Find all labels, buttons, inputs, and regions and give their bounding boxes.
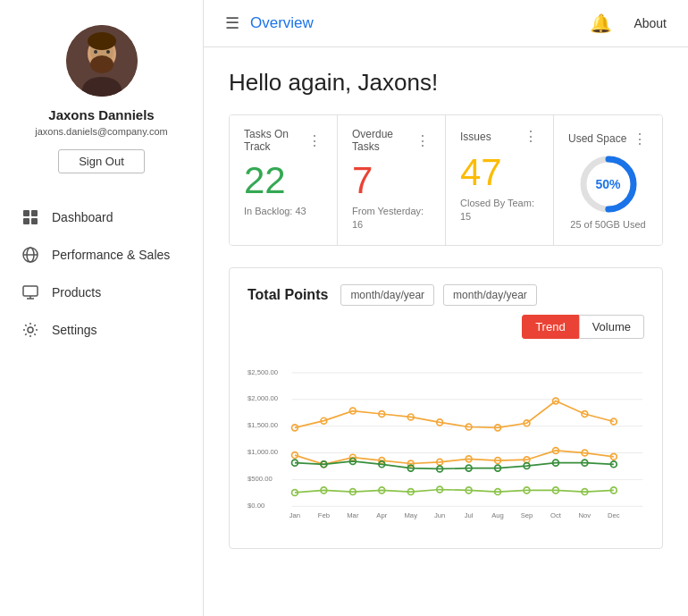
svg-text:$1,000.00: $1,000.00 — [248, 448, 278, 456]
stat-value-issues: 47 — [460, 154, 539, 191]
sidebar-item-dashboard[interactable]: Dashboard — [0, 198, 203, 236]
bell-icon[interactable]: 🔔 — [590, 13, 612, 34]
donut-sub: 25 of 50GB Used — [570, 219, 645, 230]
sidebar-item-settings-label: Settings — [52, 323, 97, 337]
user-email: jaxons.daniels@company.com — [35, 126, 168, 137]
stat-menu-issues[interactable]: ⋮ — [524, 128, 539, 145]
stat-sub-issues: Closed By Team: 15 — [460, 197, 539, 224]
svg-text:$0.00: $0.00 — [248, 502, 264, 510]
stat-menu-overdue[interactable]: ⋮ — [415, 132, 431, 149]
svg-text:Sep: Sep — [521, 511, 533, 519]
donut-chart: 50% — [577, 153, 640, 215]
stat-label-tasks: Tasks On Track — [244, 128, 307, 153]
svg-text:$2,000.00: $2,000.00 — [248, 394, 278, 402]
svg-rect-11 — [31, 218, 38, 224]
topbar: ☰ Overview 🔔 About — [204, 0, 688, 47]
svg-rect-10 — [23, 218, 29, 224]
donut-header: Used Space ⋮ — [568, 131, 648, 148]
svg-point-3 — [88, 32, 116, 50]
svg-rect-9 — [31, 210, 38, 216]
svg-point-6 — [106, 50, 110, 54]
dashboard-content: Hello again, Jaxons! Tasks On Track ⋮ 22… — [204, 47, 688, 616]
stat-header-issues: Issues ⋮ — [460, 128, 539, 145]
stat-header-tasks: Tasks On Track ⋮ — [244, 128, 323, 153]
volume-toggle[interactable]: Volume — [579, 315, 644, 339]
sidebar-item-products-label: Products — [52, 285, 101, 300]
stat-card-overdue: Overdue Tasks ⋮ 7 From Yesterday: 16 — [338, 115, 446, 245]
sign-out-button[interactable]: Sign Out — [58, 149, 145, 173]
svg-point-18 — [28, 327, 33, 333]
stat-menu-tasks[interactable]: ⋮ — [307, 132, 323, 149]
svg-rect-15 — [23, 286, 38, 296]
svg-text:Oct: Oct — [550, 511, 562, 519]
sidebar-item-dashboard-label: Dashboard — [52, 210, 113, 224]
chart-section: Total Points month/day/year month/day/ye… — [229, 267, 663, 549]
stat-card-tasks: Tasks On Track ⋮ 22 In Backlog: 43 — [230, 115, 338, 245]
stat-header-overdue: Overdue Tasks ⋮ — [352, 128, 431, 153]
stat-sub-overdue: From Yesterday: 16 — [352, 205, 431, 232]
gear-icon — [21, 321, 39, 339]
user-name: Jaxons Danniels — [48, 107, 154, 122]
sidebar-item-settings[interactable]: Settings — [0, 311, 203, 349]
globe-icon — [21, 246, 39, 264]
svg-text:Apr: Apr — [376, 511, 387, 519]
sidebar-item-products[interactable]: Products — [0, 274, 203, 311]
stat-value-overdue: 7 — [352, 162, 431, 199]
sidebar: Jaxons Danniels jaxons.daniels@company.c… — [0, 0, 204, 616]
chart-toggle: Trend Volume — [522, 315, 644, 339]
avatar — [66, 25, 138, 97]
date-btn-1[interactable]: month/day/year — [340, 284, 434, 306]
stat-menu-space[interactable]: ⋮ — [633, 131, 648, 148]
svg-text:Jul: Jul — [465, 511, 474, 519]
svg-text:$2,500.00: $2,500.00 — [248, 367, 278, 376]
stat-label-issues: Issues — [460, 131, 491, 143]
stat-value-tasks: 22 — [244, 162, 323, 199]
about-link[interactable]: About — [633, 16, 667, 30]
topbar-title: Overview — [250, 14, 579, 32]
greeting: Hello again, Jaxons! — [229, 69, 663, 97]
monitor-icon — [21, 283, 39, 301]
trend-toggle[interactable]: Trend — [522, 315, 578, 339]
svg-text:Nov: Nov — [579, 511, 592, 519]
svg-text:Aug: Aug — [491, 511, 504, 519]
main-content: ☰ Overview 🔔 About Hello again, Jaxons! … — [204, 0, 688, 616]
grid-icon — [21, 208, 39, 226]
svg-text:$1,500.00: $1,500.00 — [248, 421, 278, 429]
sidebar-nav: Dashboard Performance & Sales — [0, 198, 203, 349]
sidebar-item-performance[interactable]: Performance & Sales — [0, 236, 203, 274]
svg-text:Feb: Feb — [318, 511, 330, 519]
menu-icon[interactable]: ☰ — [225, 13, 239, 33]
chart-area: $2,500.00 $2,000.00 $1,500.00 $1,000.00 … — [248, 351, 644, 539]
svg-text:Dec: Dec — [608, 511, 620, 519]
svg-text:Mar: Mar — [347, 511, 359, 519]
svg-text:Jan: Jan — [289, 511, 300, 519]
donut-percent-label: 50% — [595, 177, 620, 191]
stats-row: Tasks On Track ⋮ 22 In Backlog: 43 Overd… — [229, 114, 663, 246]
stat-card-issues: Issues ⋮ 47 Closed By Team: 15 — [446, 115, 554, 245]
stat-label-space: Used Space — [568, 132, 626, 145]
stat-label-overdue: Overdue Tasks — [352, 128, 415, 153]
chart-header: Total Points month/day/year month/day/ye… — [248, 284, 644, 339]
svg-rect-8 — [23, 210, 29, 216]
svg-text:May: May — [404, 511, 417, 519]
stat-card-space: Used Space ⋮ 50% 25 of 50GB Used — [554, 115, 662, 245]
svg-text:Jun: Jun — [434, 511, 445, 519]
chart-title: Total Points — [248, 287, 328, 303]
svg-point-5 — [94, 50, 97, 54]
stat-sub-tasks: In Backlog: 43 — [244, 205, 323, 218]
svg-point-4 — [90, 55, 113, 73]
date-btn-2[interactable]: month/day/year — [443, 284, 537, 306]
sidebar-item-performance-label: Performance & Sales — [52, 248, 170, 262]
svg-text:$500.00: $500.00 — [248, 475, 273, 483]
